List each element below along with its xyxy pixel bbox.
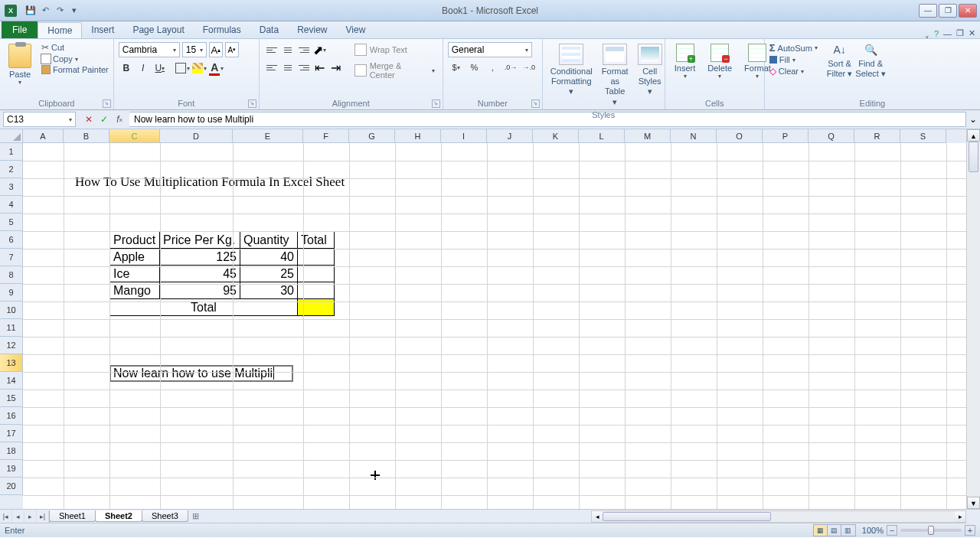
font-name-select[interactable]: Cambria▾ [119, 42, 180, 57]
col-header-D[interactable]: D [160, 129, 233, 143]
row-header-9[interactable]: 9 [0, 284, 23, 302]
tab-view[interactable]: View [337, 22, 375, 38]
new-sheet-button[interactable]: ⊞ [188, 511, 204, 521]
col-header-I[interactable]: I [441, 129, 487, 143]
decrease-indent-button[interactable]: ⇤ [312, 60, 328, 75]
name-box[interactable]: C13▾ [3, 112, 76, 127]
file-tab[interactable]: File [2, 21, 38, 38]
table-header-price[interactable]: Price Per Kg. [160, 232, 240, 249]
row-header-15[interactable]: 15 [0, 390, 23, 407]
table-row[interactable]: Ice 45 25 [110, 266, 335, 282]
col-header-N[interactable]: N [671, 129, 717, 143]
zoom-level[interactable]: 100% [862, 526, 884, 535]
clipboard-dialog-launcher[interactable]: ↘ [103, 99, 111, 108]
spreadsheet-grid[interactable]: ABCDEFGHIJKLMNOPQRS 12345678910111213141… [0, 129, 980, 509]
copy-button[interactable]: Copy▾ [41, 54, 109, 64]
sheet-nav-last[interactable]: ▸| [37, 510, 49, 523]
col-header-B[interactable]: B [64, 129, 109, 143]
font-size-select[interactable]: 15▾ [182, 42, 207, 57]
maximize-button[interactable]: ❐ [939, 4, 957, 18]
row-header-18[interactable]: 18 [0, 442, 23, 460]
col-header-R[interactable]: R [854, 129, 900, 143]
sheet-nav-prev[interactable]: ◂ [12, 510, 24, 523]
row-header-1[interactable]: 1 [0, 143, 23, 161]
row-header-16[interactable]: 16 [0, 407, 23, 425]
delete-cells-button[interactable]: Delete▾ [703, 42, 737, 81]
col-header-J[interactable]: J [487, 129, 533, 143]
find-select-button[interactable]: 🔍Find &Select ▾ [855, 42, 886, 79]
row-header-8[interactable]: 8 [0, 266, 23, 284]
close-button[interactable]: ✕ [959, 4, 977, 18]
insert-cells-button[interactable]: Insert▾ [670, 42, 701, 81]
tab-page-layout[interactable]: Page Layout [123, 22, 193, 38]
align-left-button[interactable] [264, 60, 279, 75]
border-button[interactable]: ▾ [175, 60, 191, 76]
hscroll-thumb[interactable] [603, 512, 771, 521]
number-format-select[interactable]: General▾ [448, 42, 532, 57]
italic-button[interactable]: I [136, 60, 151, 76]
insert-function-button[interactable]: fx [113, 112, 126, 126]
row-header-17[interactable]: 17 [0, 425, 23, 442]
format-painter-button[interactable]: Format Painter [41, 65, 109, 74]
table-row[interactable]: Apple 125 40 [110, 249, 335, 266]
font-color-button[interactable]: A▾ [209, 60, 224, 76]
row-header-11[interactable]: 11 [0, 319, 23, 337]
row-header-10[interactable]: 10 [0, 302, 23, 319]
save-icon[interactable]: 💾 [24, 5, 37, 17]
increase-decimal-button[interactable]: .0→ [502, 60, 519, 75]
row-header-13[interactable]: 13 [0, 354, 23, 372]
paste-button[interactable]: Paste ▾ [5, 42, 35, 86]
tab-review[interactable]: Review [288, 22, 336, 38]
help-icon[interactable]: ? [934, 29, 939, 38]
normal-view-button[interactable]: ▦ [814, 525, 828, 536]
fill-button[interactable]: Fill▾ [769, 55, 818, 64]
row-header-6[interactable]: 6 [0, 231, 23, 249]
tab-formulas[interactable]: Formulas [194, 22, 250, 38]
conditional-formatting-button[interactable]: ConditionalFormatting ▾ [547, 42, 596, 109]
bold-button[interactable]: B [119, 60, 134, 76]
tab-home[interactable]: Home [38, 22, 82, 38]
clear-button[interactable]: ◇Clear▾ [769, 66, 818, 77]
accounting-format-button[interactable]: $▾ [448, 60, 465, 75]
align-right-button[interactable] [296, 60, 312, 75]
vertical-scrollbar[interactable]: ▲ ▼ [966, 129, 980, 509]
col-header-H[interactable]: H [395, 129, 441, 143]
merge-center-button[interactable]: Merge & Center▾ [351, 60, 438, 81]
sort-filter-button[interactable]: A↓Sort &Filter ▾ [827, 42, 853, 79]
comma-button[interactable]: , [484, 60, 501, 75]
row-header-14[interactable]: 14 [0, 372, 23, 390]
qat-customize-icon[interactable]: ▾ [68, 5, 80, 17]
percent-button[interactable]: % [466, 60, 483, 75]
window-min-icon[interactable]: — [943, 29, 952, 38]
number-dialog-launcher[interactable]: ↘ [531, 99, 540, 108]
align-middle-button[interactable] [280, 42, 296, 57]
col-header-C[interactable]: C [109, 129, 160, 143]
table-header-qty[interactable]: Quantity [240, 232, 298, 249]
sheet-tab-sheet2[interactable]: Sheet2 [95, 510, 142, 522]
col-header-S[interactable]: S [900, 129, 946, 143]
zoom-slider[interactable] [900, 529, 962, 532]
col-header-Q[interactable]: Q [808, 129, 854, 143]
format-as-table-button[interactable]: Formatas Table ▾ [599, 42, 632, 109]
fill-color-button[interactable]: ▾ [192, 60, 207, 76]
row-header-2[interactable]: 2 [0, 161, 23, 178]
shrink-font-button[interactable]: A▾ [225, 42, 239, 57]
row-header-5[interactable]: 5 [0, 214, 23, 231]
minimize-button[interactable]: — [919, 4, 937, 18]
select-all-button[interactable] [0, 129, 23, 143]
scroll-left-button[interactable]: ◂ [592, 511, 603, 522]
page-layout-view-button[interactable]: ▤ [828, 525, 841, 536]
expand-formula-bar-button[interactable]: ⌄ [966, 114, 980, 125]
align-center-button[interactable] [280, 60, 296, 75]
page-break-view-button[interactable]: ▥ [841, 525, 855, 536]
horizontal-scrollbar[interactable]: ◂ ▸ [591, 510, 966, 523]
underline-button[interactable]: U▾ [152, 60, 168, 76]
cut-button[interactable]: ✂Cut [41, 42, 109, 53]
col-header-K[interactable]: K [533, 129, 579, 143]
cells-area[interactable]: How To Use Multiplication Formula In Exc… [23, 143, 966, 509]
autosum-button[interactable]: ΣAutoSum▾ [769, 42, 818, 54]
vscroll-thumb[interactable] [969, 142, 978, 172]
table-header-product[interactable]: Product [110, 232, 160, 249]
col-header-A[interactable]: A [23, 129, 64, 143]
align-top-button[interactable] [264, 42, 279, 57]
